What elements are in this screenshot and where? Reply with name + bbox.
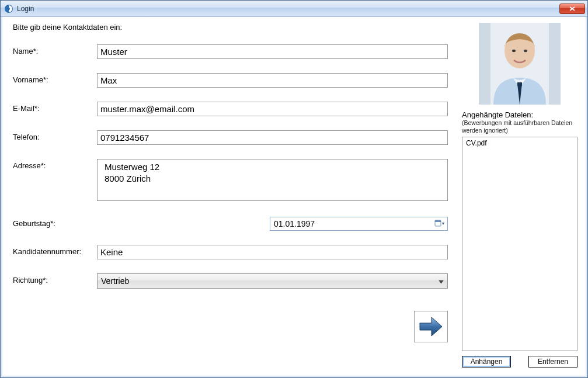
vorname-label: Vorname*:: [13, 73, 97, 84]
telefon-input[interactable]: [97, 130, 448, 145]
kandidatennummer-input[interactable]: [97, 245, 448, 259]
list-item[interactable]: CV.pdf: [465, 138, 575, 148]
geburtstag-picker[interactable]: [270, 217, 448, 231]
chevron-down-icon: [439, 277, 444, 286]
geburtstag-label: Geburtstag*:: [13, 217, 97, 228]
remove-button[interactable]: Entfernen: [528, 356, 577, 367]
svg-rect-10: [517, 82, 522, 86]
titlebar: Login: [1, 1, 587, 17]
next-button[interactable]: [414, 311, 448, 342]
svg-rect-6: [549, 23, 561, 105]
instruction-text: Bitte gib deine Kontaktdaten ein:: [13, 23, 448, 32]
close-button[interactable]: [559, 4, 585, 14]
svg-rect-5: [479, 23, 490, 105]
geburtstag-input[interactable]: [273, 219, 434, 229]
svg-rect-3: [435, 220, 441, 222]
close-icon: [569, 6, 575, 11]
attachments-hint: (Bewerbungen mit ausführbaren Dateien we…: [462, 119, 577, 134]
app-icon: [4, 4, 13, 13]
adresse-label: Adresse*:: [13, 159, 97, 170]
svg-point-8: [512, 50, 516, 52]
svg-point-9: [524, 50, 527, 52]
person-photo-icon: [479, 23, 561, 105]
svg-point-1: [8, 8, 10, 10]
attachments-panel: Angehängte Dateien: (Bewerbungen mit aus…: [462, 23, 577, 367]
attachments-list[interactable]: CV.pdf: [462, 137, 577, 351]
window-title: Login: [17, 5, 559, 13]
telefon-label: Telefon:: [13, 130, 97, 141]
name-label: Name*:: [13, 44, 97, 56]
adresse-input[interactable]: [97, 159, 448, 201]
vorname-input[interactable]: [97, 73, 448, 88]
richtung-label: Richtung*:: [13, 273, 97, 285]
profile-photo: [479, 23, 561, 105]
login-window: Login Bitte gib deine Kontaktdaten ein: …: [0, 0, 588, 378]
calendar-dropdown-icon[interactable]: [434, 219, 445, 228]
form-panel: Bitte gib deine Kontaktdaten ein: Name*:…: [13, 23, 448, 367]
attachments-label: Angehängte Dateien:: [462, 110, 577, 119]
richtung-value: Vertrieb: [101, 276, 129, 286]
richtung-select[interactable]: Vertrieb: [97, 273, 448, 289]
content-area: Bitte gib deine Kontaktdaten ein: Name*:…: [1, 17, 587, 377]
name-input[interactable]: [97, 44, 448, 59]
kandidatennummer-label: Kandidatennummer:: [13, 245, 97, 256]
email-label: E-Mail*:: [13, 102, 97, 113]
arrow-right-icon: [417, 315, 444, 338]
email-input[interactable]: [97, 102, 448, 116]
attach-button[interactable]: Anhängen: [462, 356, 511, 367]
